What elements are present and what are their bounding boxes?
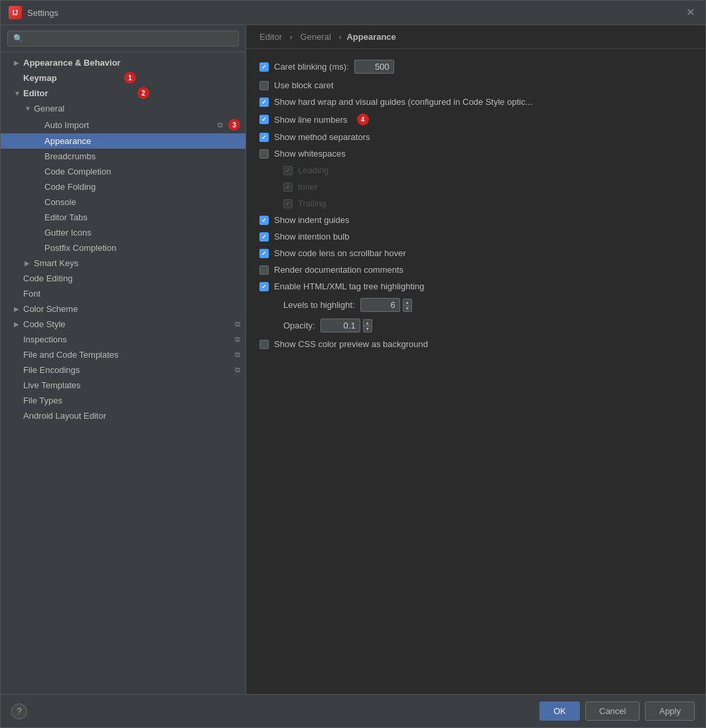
arrow-icon: ▶	[14, 321, 23, 328]
inner-checkbox[interactable]	[283, 182, 293, 192]
show-intention-bulb-row: Show intention bulb	[259, 232, 692, 242]
caret-blinking-input[interactable]	[354, 60, 394, 74]
sidebar-label: Editor Tabs	[44, 212, 88, 222]
cancel-button[interactable]: Cancel	[585, 701, 640, 721]
sidebar-label: File and Code Templates	[23, 350, 119, 360]
sidebar-label: Gutter Icons	[44, 228, 92, 238]
sidebar-label: Postfix Completion	[44, 243, 116, 253]
trailing-row: Trailing	[259, 198, 692, 208]
sidebar-label: File Encodings	[23, 365, 80, 375]
copy-icon: ⧉	[235, 366, 240, 374]
show-indent-guides-label: Show indent guides	[274, 215, 349, 225]
caret-blinking-row: Caret blinking (ms):	[259, 60, 692, 74]
sidebar-label: General	[34, 104, 64, 113]
window-title: Settings	[27, 8, 58, 18]
trailing-checkbox[interactable]	[283, 199, 293, 208]
sidebar-item-editor-tabs[interactable]: Editor Tabs	[1, 210, 246, 225]
main-content: ▶ Appearance & Behavior Keymap 1 ▼ Edito…	[1, 25, 705, 694]
show-whitespaces-checkbox[interactable]	[259, 149, 269, 159]
levels-input[interactable]	[360, 298, 400, 312]
sidebar-item-appearance[interactable]: Appearance	[1, 133, 246, 149]
sidebar-item-inspections[interactable]: Inspections ⧉	[1, 332, 246, 347]
inner-row: Inner	[259, 182, 692, 192]
show-line-numbers-checkbox[interactable]	[259, 115, 269, 124]
show-code-lens-label: Show code lens on scrollbar hover	[274, 248, 406, 258]
show-method-separators-checkbox[interactable]	[259, 133, 269, 142]
sidebar-item-smart-keys[interactable]: ▶ Smart Keys	[1, 255, 246, 271]
right-panel: Editor › General › Appearance Caret blin…	[246, 25, 705, 694]
apply-button[interactable]: Apply	[645, 701, 695, 721]
show-indent-guides-checkbox[interactable]	[259, 216, 269, 225]
help-button[interactable]: ?	[11, 703, 27, 719]
show-method-separators-label: Show method separators	[274, 132, 370, 142]
sidebar-item-file-code-templates[interactable]: File and Code Templates ⧉	[1, 347, 246, 362]
sidebar-item-console[interactable]: Console	[1, 194, 246, 210]
sidebar-label: Appearance	[44, 136, 91, 146]
arrow-icon: ▼	[25, 105, 34, 112]
sidebar-label: Live Templates	[23, 380, 80, 390]
search-input[interactable]	[7, 31, 239, 46]
sidebar-label: Inspections	[23, 334, 67, 344]
show-code-lens-row: Show code lens on scrollbar hover	[259, 248, 692, 258]
ok-button[interactable]: OK	[539, 701, 580, 721]
sidebar-item-file-types[interactable]: File Types	[1, 393, 246, 408]
caret-blinking-checkbox[interactable]	[259, 62, 269, 72]
sidebar-item-code-completion[interactable]: Code Completion	[1, 164, 246, 179]
show-hard-wrap-label: Show hard wrap and visual guides (config…	[274, 97, 533, 107]
use-block-caret-checkbox[interactable]	[259, 81, 269, 90]
levels-input-wrap: ▲ ▼	[360, 298, 412, 312]
sidebar-item-appearance-behavior[interactable]: ▶ Appearance & Behavior	[1, 55, 246, 70]
leading-label: Leading	[298, 165, 328, 175]
levels-to-highlight-row: Levels to highlight: ▲ ▼	[259, 298, 692, 312]
use-block-caret-label: Use block caret	[274, 80, 334, 90]
opacity-spin-down[interactable]: ▼	[363, 326, 372, 332]
sidebar-item-editor[interactable]: ▼ Editor 2	[1, 86, 246, 101]
show-line-numbers-row: Show line numbers 4	[259, 113, 692, 125]
leading-checkbox[interactable]	[283, 166, 293, 175]
leading-row: Leading	[259, 165, 692, 175]
app-icon: IJ	[9, 6, 22, 19]
show-code-lens-checkbox[interactable]	[259, 249, 269, 258]
title-bar-left: IJ Settings	[9, 6, 58, 19]
settings-content: Caret blinking (ms): Use block caret Sho…	[246, 49, 705, 694]
sidebar: ▶ Appearance & Behavior Keymap 1 ▼ Edito…	[1, 25, 246, 694]
render-doc-comments-label: Render documentation comments	[274, 265, 403, 275]
sidebar-item-keymap[interactable]: Keymap 1	[1, 70, 246, 86]
sidebar-item-breadcrumbs[interactable]: Breadcrumbs	[1, 149, 246, 164]
sidebar-item-code-editing[interactable]: Code Editing	[1, 271, 246, 286]
opacity-spinner: ▲ ▼	[363, 319, 372, 332]
sidebar-item-color-scheme[interactable]: ▶ Color Scheme	[1, 301, 246, 317]
sidebar-item-general[interactable]: ▼ General	[1, 101, 246, 116]
enable-html-tag-checkbox[interactable]	[259, 282, 269, 291]
sidebar-item-file-encodings[interactable]: File Encodings ⧉	[1, 362, 246, 378]
opacity-spin-up[interactable]: ▲	[363, 319, 372, 326]
sidebar-item-font[interactable]: Font	[1, 286, 246, 301]
copy-icon: ⧉	[235, 320, 240, 328]
opacity-input[interactable]	[320, 319, 360, 332]
sidebar-item-postfix-completion[interactable]: Postfix Completion	[1, 240, 246, 255]
show-css-color-checkbox[interactable]	[259, 340, 269, 349]
show-hard-wrap-checkbox[interactable]	[259, 98, 269, 107]
sidebar-label: Breadcrumbs	[44, 151, 96, 161]
sidebar-item-code-folding[interactable]: Code Folding	[1, 179, 246, 194]
opacity-input-wrap: ▲ ▼	[320, 319, 372, 332]
levels-spin-up[interactable]: ▲	[403, 299, 412, 305]
render-doc-comments-checkbox[interactable]	[259, 265, 269, 275]
sidebar-item-live-templates[interactable]: Live Templates	[1, 378, 246, 393]
arrow-icon: ▶	[25, 259, 34, 267]
title-bar: IJ Settings ✕	[1, 1, 705, 25]
sidebar-item-android-layout[interactable]: Android Layout Editor	[1, 408, 246, 423]
sidebar-item-auto-import[interactable]: Auto Import ⧉ 3	[1, 116, 246, 133]
enable-html-tag-row: Enable HTML/XML tag tree highlighting	[259, 281, 692, 291]
sidebar-label: Appearance & Behavior	[23, 58, 121, 68]
close-button[interactable]: ✕	[683, 6, 697, 19]
sidebar-item-code-style[interactable]: ▶ Code Style ⧉	[1, 317, 246, 332]
show-intention-bulb-checkbox[interactable]	[259, 232, 269, 242]
levels-spin-down[interactable]: ▼	[403, 305, 412, 312]
show-line-numbers-label: Show line numbers	[274, 115, 348, 125]
show-intention-bulb-label: Show intention bulb	[274, 232, 349, 242]
breadcrumb-part3: Appearance	[346, 32, 395, 42]
sidebar-item-gutter-icons[interactable]: Gutter Icons	[1, 225, 246, 240]
show-method-separators-row: Show method separators	[259, 132, 692, 142]
search-box	[1, 25, 246, 52]
